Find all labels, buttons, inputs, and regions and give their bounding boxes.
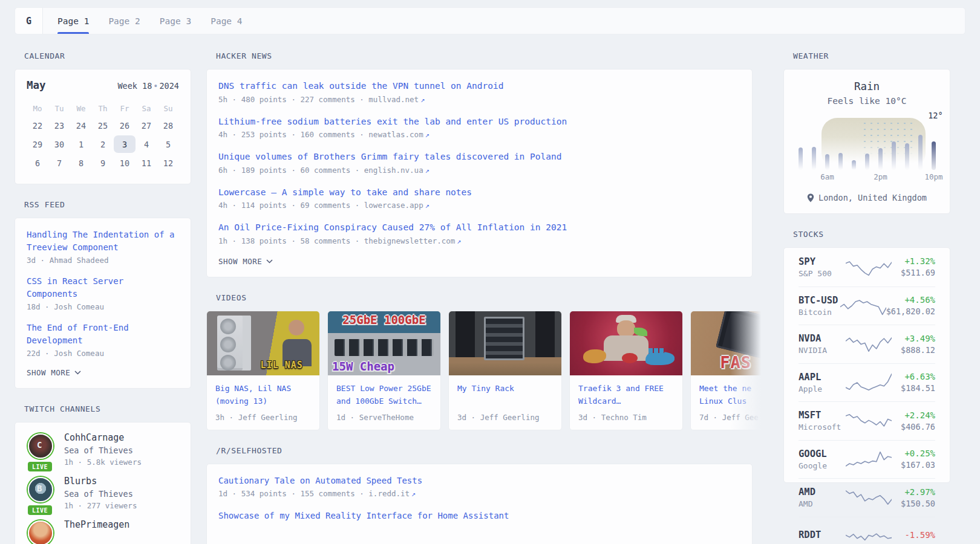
external-link-icon[interactable]: ↗ (457, 237, 461, 245)
twitch-channel-meta: 1h · 277 viewers (64, 501, 137, 510)
rss-item: The End of Front-End Development 22d · J… (27, 322, 179, 358)
stock-row[interactable]: GOOGLGoogle +0.25%$167.03 (799, 440, 935, 479)
hn-item-link[interactable]: An Oil Price-Fixing Conspiracy Caused 27… (218, 221, 740, 234)
twitch-channel-name[interactable]: Blurbs (64, 476, 137, 487)
weather-condition: Rain (799, 80, 935, 92)
stock-symbol: RDDT (799, 529, 846, 540)
hn-item-link[interactable]: Lithium-free sodium batteries exit the l… (218, 115, 740, 128)
weather-bar (918, 135, 923, 170)
stock-price: $511.69 (892, 268, 935, 277)
hn-item-meta-text: 4h · 114 points · 69 comments · lowercas… (218, 201, 423, 210)
chevron-down-icon (74, 371, 81, 375)
rss-item-link[interactable]: CSS in React Server Components (27, 275, 179, 300)
tab-page-2[interactable]: Page 2 (108, 8, 140, 34)
hn-item-meta: 5h · 480 points · 227 comments · mullvad… (218, 95, 740, 104)
rss-item-link[interactable]: The End of Front-End Development (27, 322, 179, 346)
calendar-week-label: Week 18 (117, 81, 152, 91)
hn-show-more-button[interactable]: SHOW MORE (218, 257, 740, 266)
video-title-link[interactable]: My Tiny Rack (457, 382, 553, 407)
avatar: B LIVE (27, 476, 54, 510)
video-card: 25GbE 100GbE 15W Cheap BEST Low Power 25… (327, 311, 441, 430)
stock-row[interactable]: AMDAMD +2.97%$150.50 (799, 478, 935, 517)
twitch-channel-name[interactable]: ThePrimeagen (64, 519, 129, 530)
hn-item-meta: 4h · 253 points · 160 comments · newatla… (218, 130, 740, 139)
weather-bar (905, 143, 909, 170)
hn-item: Unique volumes of Brothers Grimm fairy t… (218, 151, 740, 175)
video-thumbnail[interactable] (570, 311, 682, 375)
weather-bar (812, 147, 816, 170)
calendar-dow: Mo (27, 101, 48, 115)
calendar-date-selected: 3 (114, 135, 136, 153)
reddit-item-link[interactable]: Cautionary Tale on Automated Speed Tests (218, 474, 740, 487)
hn-item-link[interactable]: Unique volumes of Brothers Grimm fairy t… (218, 151, 740, 163)
external-link-icon[interactable]: ↗ (425, 131, 430, 139)
weather-bar (892, 141, 896, 170)
videos-carousel: LIL NAS Big NAS, Lil NAS (moving 13) 3h … (206, 311, 769, 430)
hn-item-meta-text: 6h · 189 points · 60 comments · english.… (218, 166, 423, 175)
stock-row[interactable]: RDDT -1.59% (799, 517, 935, 544)
stock-row[interactable]: NVDANVIDIA +3.49%$888.12 (799, 325, 935, 363)
video-thumbnail[interactable]: 25GbE 100GbE 15W Cheap (328, 311, 440, 375)
hn-item-link[interactable]: Lowercase – A simple way to take and sha… (218, 186, 740, 199)
stock-row[interactable]: MSFTMicrosoft +2.24%$406.76 (799, 401, 935, 440)
rss-item-meta: 18d · Josh Comeau (27, 302, 179, 311)
stocks-section-title: STOCKS (793, 230, 950, 239)
external-link-icon[interactable]: ↗ (425, 166, 430, 175)
videos-section-title: VIDEOS (216, 293, 753, 302)
stock-sparkline (846, 255, 892, 279)
twitch-channel-name[interactable]: CohhCarnage (64, 432, 142, 443)
stock-name: NVIDIA (799, 346, 846, 355)
calendar-date: 30 (48, 135, 70, 153)
twitch-channel-row[interactable]: C LIVE CohhCarnage Sea of Thieves 1h · 5… (27, 432, 179, 467)
top-nav: G Page 1 Page 2 Page 3 Page 4 (15, 7, 965, 34)
twitch-channel-row[interactable]: ThePrimeagen (27, 519, 179, 544)
rss-item-link[interactable]: Handling The Indentation of a Treeview C… (27, 228, 179, 253)
calendar-widget: May Week 18•2024 Mo Tu We Th Fr Sa Su 22… (15, 69, 191, 184)
twitch-channel-row[interactable]: B LIVE Blurbs Sea of Thieves 1h · 277 vi… (27, 476, 179, 510)
video-card: Traefik 3 and FREE Wildcard… 3d · Techno… (569, 311, 683, 430)
stock-row[interactable]: BTC-USDBitcoin +4.56%$61,820.02 (799, 287, 935, 325)
external-link-icon[interactable]: ↗ (425, 201, 430, 210)
page-tabs: Page 1 Page 2 Page 3 Page 4 (57, 8, 243, 34)
app-logo[interactable]: G (15, 8, 43, 34)
weather-section-title: WEATHER (793, 51, 950, 60)
video-title-link[interactable]: Traefik 3 and FREE Wildcard… (578, 382, 674, 407)
calendar-dow: Th (92, 101, 114, 115)
stock-row[interactable]: AAPLApple +6.63%$184.51 (799, 363, 935, 402)
video-meta: 1d · ServeTheHome (336, 413, 432, 422)
calendar-date: 7 (48, 154, 70, 172)
stock-sparkline (846, 409, 892, 433)
video-meta: 3d · Techno Tim (578, 413, 674, 422)
avatar-initial: C (37, 440, 42, 450)
weather-time-label: 2pm (874, 172, 887, 181)
tab-page-1[interactable]: Page 1 (57, 8, 89, 34)
reddit-item: Showcase of my Mixed Reality Interface f… (218, 510, 740, 522)
stock-row[interactable]: SPYS&P 500 +1.32%$511.69 (799, 248, 935, 287)
stock-sparkline (846, 371, 892, 395)
hn-item-meta: 6h · 189 points · 60 comments · english.… (218, 166, 740, 175)
calendar-date: 6 (27, 154, 48, 172)
rss-item: Handling The Indentation of a Treeview C… (27, 228, 179, 265)
twitch-game-name[interactable]: Sea of Thieves (64, 445, 142, 455)
live-badge: LIVE (28, 462, 52, 471)
external-link-icon[interactable]: ↗ (420, 96, 425, 104)
twitch-game-name[interactable]: Sea of Thieves (64, 489, 137, 499)
tab-page-3[interactable]: Page 3 (160, 8, 191, 34)
stock-name: Apple (799, 384, 846, 393)
video-title-link[interactable]: Big NAS, Lil NAS (moving 13) (215, 382, 311, 407)
reddit-section-title: /R/SELFHOSTED (216, 446, 753, 455)
tab-page-4[interactable]: Page 4 (211, 8, 242, 34)
video-title-link[interactable]: BEST Low Power 25GbE and 100GbE Switch… (336, 382, 432, 407)
reddit-item-link[interactable]: Showcase of my Mixed Reality Interface f… (218, 510, 740, 522)
stock-price: $406.76 (892, 422, 935, 432)
calendar-section-title: CALENDAR (24, 51, 191, 60)
calendar-month: May (27, 79, 46, 91)
video-thumbnail[interactable]: LIL NAS (207, 311, 319, 375)
hn-item-link[interactable]: DNS traffic can leak outside the VPN tun… (218, 80, 740, 92)
external-link-icon[interactable]: ↗ (411, 490, 416, 498)
calendar-date: 1 (70, 135, 92, 153)
video-thumbnail[interactable] (449, 311, 561, 375)
stock-change: +6.63% (892, 372, 935, 381)
rss-show-more-button[interactable]: SHOW MORE (27, 368, 179, 377)
calendar-date: 10 (114, 154, 136, 172)
